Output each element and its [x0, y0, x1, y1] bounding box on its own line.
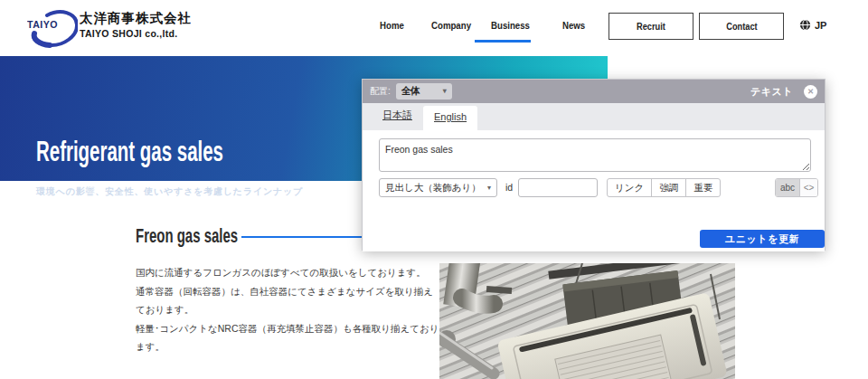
id-input[interactable]: [518, 178, 598, 197]
unit-style-select[interactable]: 見出し大（装飾あり） ▾: [379, 178, 497, 197]
section-heading: Freon gas sales: [136, 224, 238, 248]
unit-text-input[interactable]: Freon gas sales: [379, 138, 811, 172]
nav-active-indicator: [475, 40, 531, 43]
placement-label: 配置:: [370, 85, 391, 98]
paragraph-line: 通常容器（回転容器）は、自社容器にてさまざまなサイズを取り揃えております。: [136, 282, 441, 319]
contact-button[interactable]: Contact: [699, 13, 784, 40]
language-label: JP: [815, 20, 826, 31]
unit-style-value: 見出し大（装飾あり）: [385, 182, 481, 194]
hero-title: Refrigerant gas sales: [36, 136, 223, 168]
link-button[interactable]: リンク: [607, 178, 652, 197]
placement-select[interactable]: 全体 ▾: [396, 83, 452, 99]
code-mode-button[interactable]: <>: [799, 179, 817, 196]
hero-subtitle: 環境への影響、安全性、使いやすさを考慮したラインナップ: [36, 185, 303, 198]
paragraph-line: 軽量･コンパクトなNRC容器（再充填禁止容器）も各種取り揃えております。: [136, 319, 441, 356]
logo-mark-text: TAIYO: [27, 19, 58, 30]
format-button-group: リンク 強調 重要: [607, 178, 721, 197]
company-name-jp: 太洋商事株式会社: [80, 10, 192, 27]
dialog-body: Freon gas sales 見出し大（装飾あり） ▾ id リンク 強調 重…: [363, 130, 825, 251]
update-unit-button[interactable]: ユニットを更新: [700, 230, 825, 248]
language-switcher[interactable]: JP: [799, 19, 826, 31]
ceiling-ac-photo-art: [439, 263, 735, 379]
chevron-down-icon: ▾: [443, 88, 447, 95]
nav-item-home[interactable]: Home: [380, 20, 409, 31]
important-button[interactable]: 重要: [685, 178, 721, 197]
dialog-header-drag-handle[interactable]: 配置: 全体 ▾ テキスト ✕: [363, 80, 825, 103]
unit-editor-dialog: 配置: 全体 ▾ テキスト ✕ 日本語 English Freon gas sa…: [362, 79, 826, 251]
site-header: TAIYO 太洋商事株式会社 TAIYO SHOJI co.,ltd. Home…: [0, 0, 868, 56]
globe-icon: [799, 19, 811, 31]
id-label: id: [505, 178, 513, 197]
edit-mode-toggle: abc <>: [775, 178, 818, 197]
page: TAIYO 太洋商事株式会社 TAIYO SHOJI co.,ltd. Home…: [0, 0, 868, 379]
tab-english[interactable]: English: [423, 106, 477, 130]
close-icon[interactable]: ✕: [804, 85, 817, 99]
placement-value: 全体: [401, 85, 420, 98]
nav-item-business[interactable]: Business: [491, 20, 537, 31]
language-tabs: 日本語 English: [363, 103, 825, 130]
tab-japanese[interactable]: 日本語: [373, 104, 421, 130]
emphasis-button[interactable]: 強調: [651, 178, 686, 197]
chevron-down-icon: ▾: [487, 185, 491, 192]
text-mode-button[interactable]: abc: [776, 179, 799, 196]
nav-item-company[interactable]: Company: [431, 20, 478, 31]
recruit-button[interactable]: Recruit: [609, 13, 693, 40]
company-name-en: TAIYO SHOJI co.,ltd.: [80, 28, 177, 39]
section-paragraph: 国内に流通するフロンガスのほぼすべての取扱いをしております。 通常容器（回転容器…: [136, 263, 441, 356]
paragraph-line: 国内に流通するフロンガスのほぼすべての取扱いをしております。: [136, 263, 441, 282]
nav-item-news[interactable]: News: [562, 20, 590, 31]
unit-type-label: テキスト: [750, 85, 793, 99]
ceiling-ac-photo: [439, 263, 735, 379]
